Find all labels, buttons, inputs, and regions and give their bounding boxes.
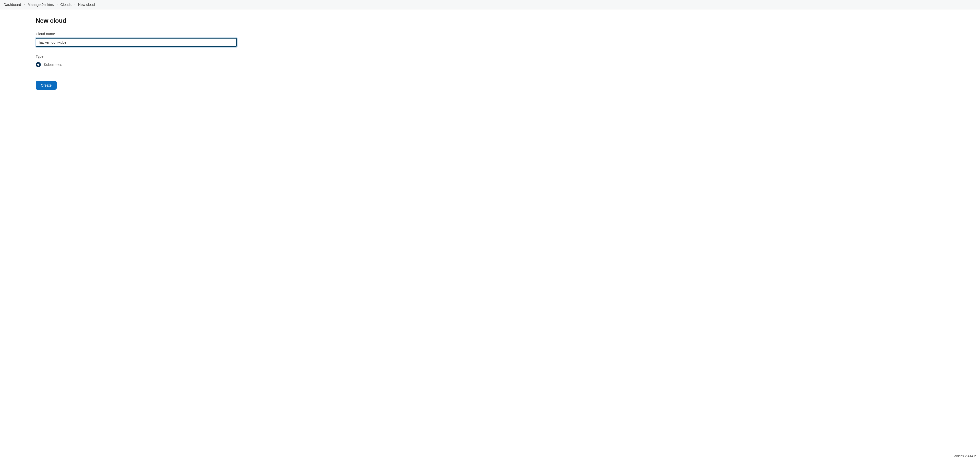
cloud-name-label: Cloud name (36, 32, 944, 36)
radio-label-kubernetes: Kubernetes (44, 62, 62, 67)
cloud-name-input[interactable] (36, 38, 237, 47)
chevron-right-icon (73, 3, 76, 6)
type-label: Type (36, 54, 944, 59)
breadcrumb-link-manage-jenkins[interactable]: Manage Jenkins (28, 3, 54, 6)
cloud-name-input-wrapper (36, 38, 237, 47)
main-content: New cloud Cloud name Type Kubernetes Cre… (0, 10, 980, 451)
breadcrumb-link-clouds[interactable]: Clouds (60, 3, 72, 6)
form-group-cloud-name: Cloud name (36, 32, 944, 47)
type-radio-group: Kubernetes (36, 61, 944, 68)
form-group-type: Type Kubernetes (36, 54, 944, 68)
page-title: New cloud (36, 17, 944, 24)
jenkins-version: Jenkins 2.414.2 (953, 454, 976, 458)
breadcrumb-current: New cloud (78, 3, 95, 6)
chevron-right-icon (23, 3, 26, 6)
chevron-right-icon (56, 3, 58, 6)
create-button[interactable]: Create (36, 81, 57, 89)
breadcrumb: Dashboard Manage Jenkins Clouds New clou… (0, 0, 980, 10)
radio-option-kubernetes[interactable]: Kubernetes (36, 61, 944, 68)
radio-button-inner-icon (37, 64, 39, 65)
footer: Jenkins 2.414.2 (0, 451, 980, 461)
radio-button-icon (36, 62, 41, 67)
breadcrumb-link-dashboard[interactable]: Dashboard (3, 3, 21, 6)
